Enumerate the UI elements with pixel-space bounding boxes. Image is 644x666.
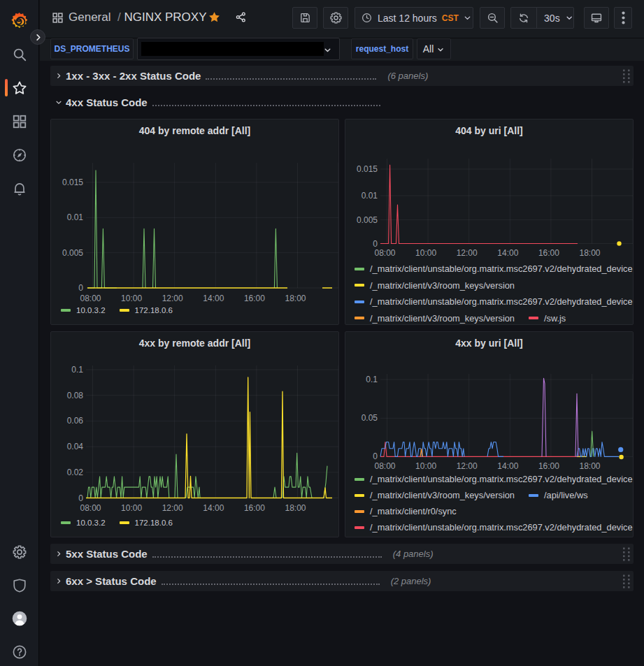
svg-text:14:00: 14:00: [203, 503, 224, 513]
svg-text:0.015: 0.015: [62, 178, 83, 187]
svg-text:0: 0: [373, 239, 378, 249]
svg-text:0.1: 0.1: [366, 375, 378, 384]
svg-text:08:00: 08:00: [80, 294, 101, 303]
svg-text:0.06: 0.06: [67, 416, 84, 426]
svg-text:16:00: 16:00: [538, 248, 559, 258]
svg-text:18:00: 18:00: [285, 503, 306, 513]
svg-text:0.02: 0.02: [67, 468, 84, 477]
svg-text:0.015: 0.015: [357, 164, 378, 174]
svg-text:08:00: 08:00: [374, 461, 395, 471]
svg-text:0.1: 0.1: [71, 365, 83, 375]
svg-text:12:00: 12:00: [457, 248, 478, 258]
svg-text:08:00: 08:00: [374, 248, 395, 258]
svg-text:14:00: 14:00: [497, 248, 518, 258]
svg-text:12:00: 12:00: [162, 503, 183, 513]
svg-text:0.01: 0.01: [67, 212, 84, 222]
svg-text:08:00: 08:00: [80, 503, 101, 513]
svg-text:0: 0: [373, 451, 378, 461]
svg-text:10:00: 10:00: [415, 461, 436, 471]
svg-text:10:00: 10:00: [121, 294, 142, 303]
svg-text:12:00: 12:00: [457, 461, 478, 471]
svg-text:18:00: 18:00: [579, 461, 600, 471]
svg-text:0.04: 0.04: [67, 442, 84, 451]
svg-text:0.005: 0.005: [357, 215, 378, 225]
svg-text:0: 0: [78, 283, 83, 293]
svg-text:10:00: 10:00: [121, 503, 142, 513]
svg-text:12:00: 12:00: [162, 294, 183, 303]
svg-text:18:00: 18:00: [285, 294, 306, 303]
svg-text:16:00: 16:00: [244, 503, 265, 513]
svg-text:18:00: 18:00: [579, 248, 600, 258]
svg-text:0.01: 0.01: [362, 191, 378, 201]
svg-text:14:00: 14:00: [203, 294, 224, 303]
svg-text:0: 0: [78, 493, 83, 503]
svg-text:16:00: 16:00: [244, 294, 265, 303]
svg-text:16:00: 16:00: [538, 461, 559, 471]
svg-text:0.005: 0.005: [62, 248, 83, 258]
svg-text:10:00: 10:00: [415, 248, 436, 258]
svg-text:14:00: 14:00: [497, 461, 518, 471]
svg-text:0.08: 0.08: [67, 391, 84, 400]
svg-text:0.05: 0.05: [362, 413, 378, 423]
